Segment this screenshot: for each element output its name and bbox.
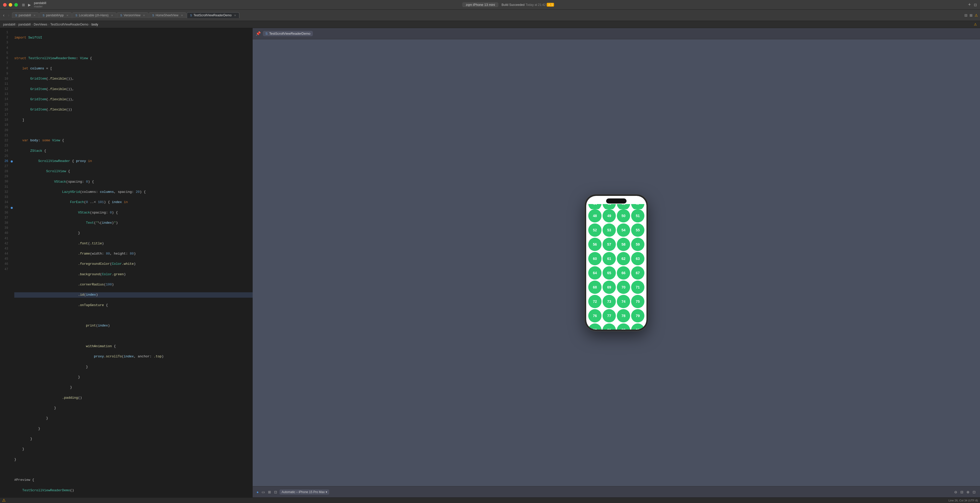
- tab-pandabill[interactable]: S pandabill ✕: [12, 12, 39, 18]
- grid-cell-56[interactable]: 56: [588, 238, 601, 251]
- grid-cell-63[interactable]: 63: [631, 252, 644, 265]
- grid-cell-65[interactable]: 65: [603, 266, 616, 279]
- grid-cell-61[interactable]: 61: [603, 252, 616, 265]
- preview-rect-icon[interactable]: ▭: [261, 489, 266, 495]
- grid-cell-60[interactable]: 60: [588, 252, 601, 265]
- code-content[interactable]: import SwiftUI struct TestScrollViewRead…: [13, 28, 253, 497]
- tab-icon: S: [76, 14, 77, 17]
- grid-cell-68[interactable]: 68: [588, 281, 601, 294]
- preview-bottom-left: ● ▭ ⊞ ⊡ Automatic – iPhone 15 Pro Max ▾: [256, 489, 329, 495]
- breadcrumb: pandabill › pandabill › DevViews › TestS…: [0, 21, 980, 28]
- warning-toolbar-icon[interactable]: ⚠: [975, 13, 978, 17]
- grid-cell-62[interactable]: 62: [617, 252, 630, 265]
- code-line-28: [14, 313, 253, 318]
- tab-pandabillapp[interactable]: S pandabillApp ✕: [39, 12, 72, 18]
- grid-cell-50[interactable]: 50: [617, 209, 630, 222]
- grid-cell-58[interactable]: 58: [617, 238, 630, 251]
- grid-row: 76 77 78 79: [587, 309, 646, 322]
- grid-cell-64[interactable]: 64: [588, 266, 601, 279]
- preview-grid-icon[interactable]: ⊞: [267, 489, 272, 495]
- grid-cell-52[interactable]: 52: [588, 224, 601, 237]
- device-selector[interactable]: Automatic – iPhone 15 Pro Max ▾: [280, 489, 329, 495]
- tab-localizable[interactable]: S Localizable (zh-Hans) ✕: [72, 12, 116, 18]
- split-editor-icon[interactable]: ⊟: [964, 13, 967, 17]
- grid-row: 60 61 62 63: [587, 252, 646, 265]
- grid-row: 64 65 66 67: [587, 266, 646, 279]
- close-button[interactable]: [3, 3, 6, 6]
- grid-view-icon[interactable]: ⊞: [969, 13, 973, 17]
- code-line-5: GridItem(.flexible()),: [14, 76, 253, 81]
- grid-cell-75[interactable]: 75: [631, 295, 644, 308]
- grid-cell-54[interactable]: 54: [617, 224, 630, 237]
- zoom-fit-button[interactable]: ⊟: [959, 489, 965, 495]
- run-button[interactable]: ▶: [28, 3, 31, 7]
- status-line-info: Line 26, Col 34 (UTF-8): [948, 499, 978, 502]
- code-line-27: .onTapGesture {: [14, 303, 253, 308]
- grid-cell-69[interactable]: 69: [603, 281, 616, 294]
- nav-forward-button[interactable]: ›: [7, 13, 10, 18]
- code-line-38: }: [14, 416, 253, 421]
- grid-cell-55[interactable]: 55: [631, 224, 644, 237]
- breadcrumb-item[interactable]: pandabill: [18, 23, 30, 26]
- breadcrumb-item[interactable]: TestScrollViewReaderDemo: [50, 23, 88, 26]
- tab-close-icon[interactable]: ✕: [143, 14, 145, 17]
- grid-cell[interactable]: 46: [617, 204, 630, 209]
- grid-cell-59[interactable]: 59: [631, 238, 644, 251]
- preview-live-icon[interactable]: ●: [256, 489, 259, 495]
- code-area[interactable]: 1 2 3 4 5 6 7 8 9 10 11 12 13 14 15 16 1…: [0, 28, 253, 497]
- breakpoint-indicator[interactable]: [11, 160, 13, 162]
- grid-cell-57[interactable]: 57: [603, 238, 616, 251]
- grid-cell-82[interactable]: 82: [617, 324, 630, 330]
- add-window-icon[interactable]: +: [968, 2, 971, 7]
- grid-cell-71[interactable]: 71: [631, 281, 644, 294]
- grid-cell-74[interactable]: 74: [617, 295, 630, 308]
- tab-close-icon[interactable]: ✕: [181, 14, 183, 17]
- nav-back-button[interactable]: ‹: [2, 13, 5, 18]
- zoom-out-button[interactable]: ⊖: [953, 489, 959, 495]
- grid-cell-70[interactable]: 70: [617, 281, 630, 294]
- code-line-14: ScrollView {: [14, 169, 253, 174]
- scheme-selector[interactable]: zqm iPhone 13 mini: [462, 2, 498, 7]
- tab-homesheetview[interactable]: S HomeSheetView ✕: [149, 12, 186, 18]
- tab-close-icon[interactable]: ✕: [66, 14, 68, 17]
- grid-cell-48[interactable]: 48: [588, 209, 601, 222]
- grid-cell-80[interactable]: 80: [588, 324, 601, 330]
- tab-versionview[interactable]: S VersionView ✕: [117, 12, 148, 18]
- preview-inspect-icon[interactable]: ⊡: [273, 489, 278, 495]
- warning-badge[interactable]: ⚠ 1: [547, 3, 554, 6]
- grid-cell-77[interactable]: 77: [603, 309, 616, 322]
- code-line-37: }: [14, 406, 253, 411]
- zoom-in-button[interactable]: ⊕: [965, 489, 971, 495]
- grid-cell[interactable]: 44: [588, 204, 601, 209]
- grid-cell-72[interactable]: 72: [588, 295, 601, 308]
- grid-cell-76[interactable]: 76: [588, 309, 601, 322]
- grid-cell-49[interactable]: 49: [603, 209, 616, 222]
- tab-close-icon[interactable]: ✕: [111, 14, 113, 17]
- tab-close-icon[interactable]: ✕: [33, 14, 35, 17]
- grid-cell-73[interactable]: 73: [603, 295, 616, 308]
- zoom-reset-button[interactable]: ⊡: [971, 489, 977, 495]
- tab-testscrollviewreaderdemo[interactable]: S TestScrollViewReaderDemo ✕: [187, 12, 240, 18]
- grid-cell-79[interactable]: 79: [631, 309, 644, 322]
- preview-pin-icon[interactable]: 📌: [256, 31, 261, 36]
- grid-cell-66[interactable]: 66: [617, 266, 630, 279]
- window-controls-icon[interactable]: ⊡: [974, 3, 977, 7]
- breadcrumb-item[interactable]: pandabill: [3, 23, 15, 26]
- preview-component-name: TestScrollViewReaderDemo: [269, 32, 310, 35]
- breadcrumb-item-active[interactable]: body: [91, 23, 98, 26]
- grid-cell-51[interactable]: 51: [631, 209, 644, 222]
- minimize-button[interactable]: [9, 3, 12, 6]
- tab-close-icon[interactable]: ✕: [234, 14, 236, 17]
- grid-cell-67[interactable]: 67: [631, 266, 644, 279]
- grid-cell-83[interactable]: 83: [631, 324, 644, 330]
- grid-cell-81[interactable]: 81: [603, 324, 616, 330]
- grid-cell[interactable]: 47: [631, 204, 644, 209]
- app-name: pandabill: [34, 1, 46, 5]
- grid-cell-78[interactable]: 78: [617, 309, 630, 322]
- breadcrumb-item[interactable]: DevViews: [34, 23, 47, 26]
- grid-cell-53[interactable]: 53: [603, 224, 616, 237]
- maximize-button[interactable]: [14, 3, 18, 6]
- grid-cell[interactable]: 45: [603, 204, 616, 209]
- breakpoint-indicator[interactable]: [11, 207, 13, 209]
- sidebar-toggle-icon[interactable]: ⊞: [22, 3, 25, 7]
